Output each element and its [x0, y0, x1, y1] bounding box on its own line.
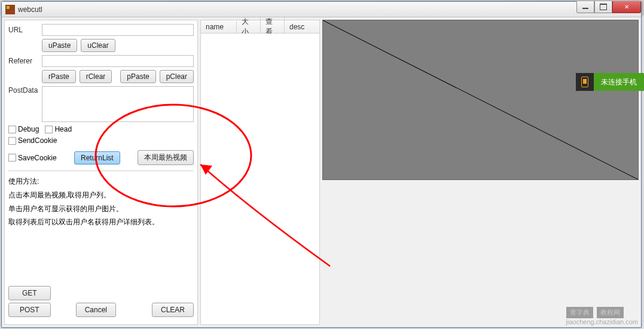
post-button[interactable]: POST	[8, 303, 51, 317]
rpaste-button[interactable]: rPaste	[42, 70, 76, 83]
postdata-label: PostData	[8, 86, 38, 95]
col-desc[interactable]: desc	[285, 21, 319, 33]
sendcookie-label: SendCookie	[18, 136, 57, 145]
list-body[interactable]	[201, 33, 319, 324]
postdata-input[interactable]	[42, 86, 194, 122]
minimize-button[interactable]	[576, 1, 594, 13]
url-input[interactable]	[42, 24, 194, 36]
url-label: URL	[8, 26, 38, 34]
referer-label: Referer	[8, 57, 38, 65]
placeholder-diagonal-icon	[323, 20, 638, 179]
pclear-button[interactable]: pClear	[160, 70, 194, 83]
savecookie-label: SaveCookie	[18, 154, 57, 162]
debug-checkbox[interactable]	[8, 126, 16, 133]
app-window: webcutl URL uPaste uClear Referer rPaste	[1, 1, 642, 328]
debug-label: Debug	[18, 125, 39, 133]
close-button[interactable]	[612, 1, 641, 13]
rclear-button[interactable]: rClear	[80, 70, 112, 83]
svg-line-0	[323, 20, 638, 179]
device-status-tag[interactable]: 未连接手机	[576, 73, 644, 91]
sendcookie-checkbox[interactable]	[8, 137, 16, 145]
savecookie-checkbox[interactable]	[8, 154, 16, 162]
left-panel: URL uPaste uClear Referer rPaste rClear …	[4, 20, 198, 325]
referer-input[interactable]	[42, 55, 194, 67]
upaste-button[interactable]: uPaste	[42, 39, 77, 52]
window-controls	[576, 1, 641, 13]
right-panel	[322, 20, 639, 325]
app-icon	[5, 5, 15, 14]
help-text: 使用方法: 点击本周最热视频,取得用户列。 单击用户名可显示获得的用户图片。 取…	[8, 170, 194, 279]
empty-area	[322, 180, 639, 325]
clear-button[interactable]: CLEAR	[152, 303, 194, 317]
returnlist-button[interactable]: ReturnList	[74, 151, 120, 164]
list-panel: name 大小 查看 desc	[200, 20, 320, 325]
col-name[interactable]: name	[201, 21, 237, 33]
uclear-button[interactable]: uClear	[81, 39, 115, 52]
phone-icon	[576, 73, 594, 91]
cancel-button[interactable]: Cancel	[76, 303, 116, 317]
image-preview	[322, 20, 639, 180]
list-header[interactable]: name 大小 查看 desc	[201, 20, 319, 33]
window-title: webcutl	[18, 5, 42, 14]
watermark: 查字典教程网 jiaocheng.chazidian.com	[566, 307, 638, 325]
get-button[interactable]: GET	[8, 286, 51, 300]
hotvideo-button[interactable]: 本周最热视频	[138, 150, 194, 165]
head-label: Head	[54, 125, 72, 133]
titlebar: webcutl	[2, 2, 641, 17]
ppaste-button[interactable]: pPaste	[120, 70, 155, 83]
maximize-button[interactable]	[594, 1, 612, 13]
device-status-text: 未连接手机	[594, 73, 644, 91]
head-checkbox[interactable]	[45, 126, 53, 133]
